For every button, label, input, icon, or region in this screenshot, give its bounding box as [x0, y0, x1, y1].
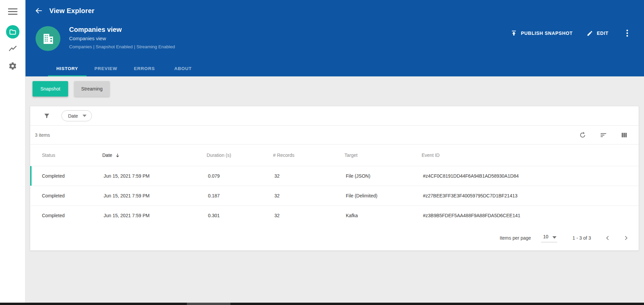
- tab-errors[interactable]: ERRORS: [125, 60, 164, 76]
- pencil-icon: [587, 30, 593, 37]
- cell-duration: 0.301: [208, 213, 274, 218]
- more-options-kebab-icon[interactable]: [623, 28, 632, 38]
- back-arrow-icon[interactable]: [32, 4, 46, 17]
- publish-snapshot-button[interactable]: PUBLISH SNAPSHOT: [511, 30, 573, 37]
- column-header-records[interactable]: # Records: [273, 152, 344, 158]
- cell-duration: 0.079: [208, 173, 274, 179]
- main-panel: View Explorer: [25, 0, 644, 303]
- page-size-select[interactable]: 10: [541, 233, 557, 242]
- column-header-event-id[interactable]: Event ID: [422, 152, 639, 158]
- horizontal-scrollbar[interactable]: [0, 303, 644, 305]
- page-size-value: 10: [543, 234, 548, 239]
- edit-button[interactable]: EDIT: [587, 30, 608, 37]
- tab-preview[interactable]: PREVIEW: [87, 60, 125, 76]
- cell-status: Completed: [32, 173, 104, 179]
- column-header-date[interactable]: Date: [102, 152, 207, 158]
- table-tools: [578, 131, 629, 139]
- tab-history[interactable]: HISTORY: [48, 60, 87, 76]
- column-header-duration[interactable]: Duration (s): [207, 152, 273, 158]
- filter-bar: Date: [30, 106, 639, 126]
- cell-target: Kafka: [346, 213, 423, 218]
- building-icon: [41, 32, 55, 46]
- pagination-bar: Items per page 10 1 - 3 of 3: [30, 225, 639, 250]
- cell-target: File (JSON): [346, 173, 423, 179]
- view-subtitle: Companies view: [69, 36, 175, 41]
- view-meta: Companies | Snapshot Enabled | Streaming…: [69, 44, 175, 49]
- tab-about[interactable]: ABOUT: [164, 60, 202, 76]
- table-toolbar: 3 items: [30, 126, 639, 144]
- mode-toggle-group: Snapshot Streaming: [25, 76, 644, 97]
- streaming-toggle-button[interactable]: Streaming: [74, 81, 110, 97]
- cell-status: Completed: [32, 193, 104, 198]
- cell-date: Jun 15, 2021 7:59 PM: [104, 173, 208, 179]
- cell-date: Jun 15, 2021 7:59 PM: [104, 193, 208, 198]
- views-active-badge: [6, 25, 19, 39]
- app-window: View Explorer: [0, 0, 644, 303]
- edit-label: EDIT: [597, 30, 608, 36]
- publish-snapshot-label: PUBLISH SNAPSHOT: [521, 30, 573, 36]
- gear-icon: [8, 62, 17, 70]
- cell-status: Completed: [32, 213, 104, 218]
- cell-duration: 0.187: [208, 193, 274, 198]
- refresh-icon[interactable]: [578, 131, 587, 139]
- cell-target: File (Delimited): [346, 193, 423, 198]
- filter-funnel-icon[interactable]: [44, 113, 50, 119]
- date-filter-label: Date: [68, 113, 78, 119]
- sort-desc-arrow-icon: [115, 153, 120, 158]
- header-actions: PUBLISH SNAPSHOT EDIT: [511, 26, 632, 40]
- chevron-down-icon: [83, 115, 87, 117]
- cell-date: Jun 15, 2021 7:59 PM: [104, 213, 208, 218]
- sort-icon[interactable]: [599, 131, 608, 139]
- previous-page-button[interactable]: [603, 233, 612, 243]
- trending-chart-icon: [8, 44, 17, 54]
- folder-icon: [9, 28, 16, 36]
- snapshot-toggle-button[interactable]: Snapshot: [33, 81, 68, 97]
- sidebar-item-views[interactable]: [6, 25, 19, 39]
- page-title: View Explorer: [49, 7, 95, 15]
- cell-records: 32: [274, 213, 346, 218]
- view-title: Companies view: [69, 26, 175, 34]
- date-header-label: Date: [102, 152, 112, 158]
- sidebar-item-metrics[interactable]: [6, 42, 19, 56]
- page-range: 1 - 3 of 3: [573, 235, 591, 241]
- topbar: View Explorer: [25, 0, 644, 21]
- view-explorer-header: View Explorer: [25, 0, 644, 76]
- chevron-down-icon: [552, 236, 556, 239]
- cell-event-id: #z4CF0C8191DD44F6A94B1AD58930A1D84: [423, 173, 639, 179]
- table-row[interactable]: Completed Jun 15, 2021 7:59 PM 0.079 32 …: [30, 166, 639, 186]
- history-card: Date 3 items: [30, 106, 639, 251]
- sidebar-item-settings[interactable]: [6, 59, 19, 73]
- view-avatar: [36, 26, 60, 51]
- columns-icon[interactable]: [620, 131, 629, 139]
- column-header-target[interactable]: Target: [344, 152, 422, 158]
- next-page-button[interactable]: [621, 233, 631, 243]
- view-header-text: Companies view Companies view Companies …: [69, 26, 175, 60]
- scrollbar-thumb[interactable]: [187, 303, 230, 305]
- cell-records: 32: [274, 193, 346, 198]
- cell-event-id: #z3B9B5FDEF5AA488F9A88FDA5D6CEE141: [423, 213, 639, 218]
- cell-records: 32: [274, 173, 346, 179]
- sidebar: [0, 0, 25, 303]
- items-per-page-label: Items per page: [500, 235, 531, 241]
- items-count: 3 items: [35, 132, 50, 138]
- table-row[interactable]: Completed Jun 15, 2021 7:59 PM 0.301 32 …: [30, 205, 639, 225]
- upload-icon: [511, 30, 517, 37]
- cell-event-id: #z27BEE3FF3E3F40059795DC7D1BF21413: [423, 193, 639, 198]
- column-header-status[interactable]: Status: [30, 152, 102, 158]
- sidebar-nav: [6, 25, 19, 73]
- date-filter-dropdown[interactable]: Date: [61, 110, 92, 121]
- history-tab-content: Snapshot Streaming Date 3 items: [25, 76, 644, 303]
- view-summary: Companies view Companies view Companies …: [25, 21, 644, 60]
- table-header-row: Status Date Duration (s) # Records Targe…: [30, 144, 639, 166]
- hamburger-menu-icon[interactable]: [8, 7, 17, 15]
- tab-bar: HISTORY PREVIEW ERRORS ABOUT: [25, 60, 644, 76]
- table-row[interactable]: Completed Jun 15, 2021 7:59 PM 0.187 32 …: [30, 186, 639, 205]
